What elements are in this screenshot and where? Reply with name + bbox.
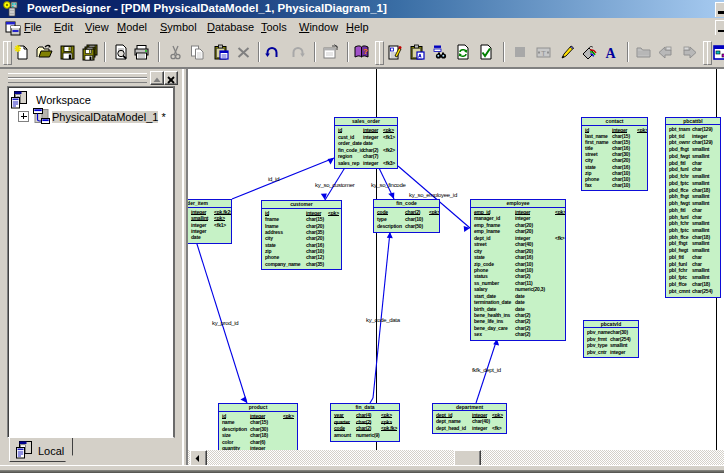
svg-text:T: T <box>541 49 546 58</box>
svg-text:?: ? <box>363 47 368 56</box>
svg-text:A: A <box>606 46 617 61</box>
